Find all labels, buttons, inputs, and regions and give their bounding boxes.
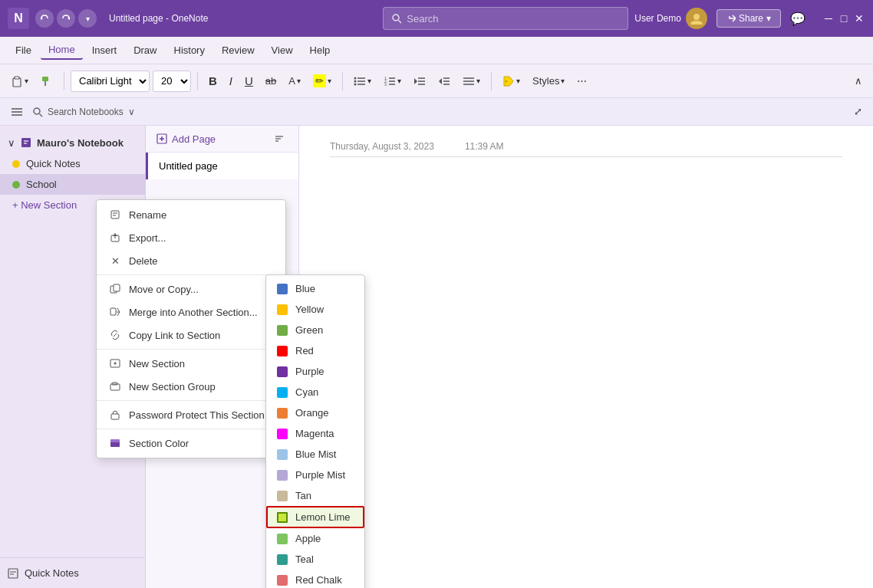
customize-button[interactable]: ▾ bbox=[78, 9, 97, 28]
svg-rect-59 bbox=[110, 308, 116, 315]
svg-rect-6 bbox=[15, 77, 19, 79]
notebook-search-bar[interactable]: Search Notebooks ∨ bbox=[32, 107, 135, 117]
color-label-red-chalk: Red Chalk bbox=[295, 574, 342, 586]
font-name-select[interactable]: Calibri Light bbox=[71, 71, 150, 92]
highlight-button[interactable]: ✏▾ bbox=[308, 71, 336, 90]
color-label-purple: Purple bbox=[295, 366, 324, 377]
close-button[interactable]: ✕ bbox=[853, 12, 865, 25]
italic-button[interactable]: I bbox=[225, 71, 237, 90]
ctx-export[interactable]: Export... bbox=[97, 226, 285, 249]
sidebar-item-quick-notes[interactable]: Quick Notes bbox=[0, 153, 145, 174]
color-magenta[interactable]: Magenta bbox=[266, 423, 364, 444]
color-red-chalk[interactable]: Red Chalk bbox=[266, 570, 364, 588]
bold-button[interactable]: B bbox=[204, 71, 222, 90]
color-label-blue-mist: Blue Mist bbox=[295, 448, 336, 460]
svg-rect-68 bbox=[111, 414, 119, 419]
user-avatar bbox=[686, 8, 707, 29]
ctx-section-color[interactable]: Section Color ▶ bbox=[97, 432, 285, 455]
ctx-new-section[interactable]: New Section bbox=[97, 352, 285, 375]
color-yellow[interactable]: Yellow bbox=[266, 299, 364, 320]
minimize-button[interactable]: ─ bbox=[822, 12, 835, 25]
more-button[interactable]: ⋯ bbox=[572, 72, 591, 90]
color-label-apple: Apple bbox=[295, 533, 321, 544]
svg-point-11 bbox=[354, 80, 357, 82]
notebook-header[interactable]: ∨ Mauro's Notebook bbox=[0, 132, 145, 153]
color-teal[interactable]: Teal bbox=[266, 549, 364, 570]
page-item-untitled[interactable]: Untitled page bbox=[146, 153, 298, 179]
menu-file[interactable]: File bbox=[8, 41, 39, 59]
hamburger-menu[interactable] bbox=[6, 103, 28, 120]
format-painter-icon bbox=[41, 75, 53, 87]
color-cyan[interactable]: Cyan bbox=[266, 382, 364, 402]
window-controls: ─ □ ✕ bbox=[822, 12, 865, 25]
ctx-move-copy[interactable]: Move or Copy... bbox=[97, 278, 285, 301]
menu-review[interactable]: Review bbox=[214, 41, 262, 59]
maximize-button[interactable]: □ bbox=[838, 12, 850, 25]
color-apple[interactable]: Apple bbox=[266, 528, 364, 549]
format-painter-button[interactable] bbox=[36, 72, 58, 90]
redo-button[interactable] bbox=[57, 9, 75, 28]
color-red[interactable]: Red bbox=[266, 340, 364, 361]
align-button[interactable]: ▾ bbox=[458, 73, 485, 90]
tags-button[interactable]: ▾ bbox=[498, 72, 525, 90]
svg-point-37 bbox=[34, 108, 40, 114]
color-tan[interactable]: Tan bbox=[266, 485, 364, 506]
add-page-button[interactable]: Add Page bbox=[156, 133, 216, 145]
svg-rect-51 bbox=[111, 211, 119, 218]
menu-view[interactable]: View bbox=[264, 41, 301, 59]
notebook-collapse-icon: ∨ bbox=[8, 137, 15, 149]
color-green[interactable]: Green bbox=[266, 320, 364, 340]
menu-insert[interactable]: Insert bbox=[84, 41, 125, 59]
collapse-ribbon-button[interactable]: ∧ bbox=[850, 72, 867, 90]
svg-point-2 bbox=[393, 15, 399, 21]
undo-button[interactable] bbox=[35, 9, 54, 28]
color-purple[interactable]: Purple bbox=[266, 361, 364, 382]
font-size-select[interactable]: 20 bbox=[153, 71, 191, 92]
svg-rect-7 bbox=[42, 77, 48, 81]
expand-page-button[interactable]: ⤢ bbox=[849, 103, 867, 120]
share-button[interactable]: Share ▾ bbox=[717, 9, 781, 28]
menu-help[interactable]: Help bbox=[302, 41, 338, 59]
numbering-button[interactable]: 1.2.3. ▾ bbox=[379, 73, 406, 90]
color-blue-mist[interactable]: Blue Mist bbox=[266, 444, 364, 465]
strikethrough-button[interactable]: ab bbox=[261, 72, 281, 90]
color-label-magenta: Magenta bbox=[295, 428, 334, 439]
content-area[interactable]: Thursday, August 3, 2023 11:39 AM bbox=[299, 126, 873, 588]
menu-draw[interactable]: Draw bbox=[126, 41, 164, 59]
styles-button[interactable]: Styles▾ bbox=[528, 72, 569, 90]
ctx-rename[interactable]: Rename bbox=[97, 203, 285, 226]
bullets-button[interactable]: ▾ bbox=[349, 73, 376, 90]
clipboard-button[interactable]: ▾ bbox=[6, 72, 33, 90]
color-purple-mist[interactable]: Purple Mist bbox=[266, 465, 364, 485]
sort-pages-button[interactable] bbox=[271, 132, 288, 146]
color-swatch-green bbox=[277, 325, 288, 336]
underline-button[interactable]: U bbox=[240, 71, 258, 90]
color-swatch-cyan bbox=[277, 387, 288, 398]
ctx-new-section-group[interactable]: New Section Group bbox=[97, 375, 285, 398]
color-orange[interactable]: Orange bbox=[266, 402, 364, 423]
ctx-merge[interactable]: Merge into Another Section... bbox=[97, 301, 285, 324]
ctx-new-section-label: New Section bbox=[129, 358, 185, 370]
ctx-copy-link[interactable]: Copy Link to Section bbox=[97, 324, 285, 347]
notebook-name: Mauro's Notebook bbox=[37, 137, 124, 149]
font-color-button[interactable]: A▾ bbox=[284, 72, 305, 90]
sidebar-item-school[interactable]: School bbox=[0, 174, 145, 195]
menu-history[interactable]: History bbox=[166, 41, 212, 59]
svg-point-13 bbox=[354, 83, 357, 85]
search-label: Search bbox=[407, 13, 438, 25]
quick-notes-bottom[interactable]: Quick Notes bbox=[8, 564, 137, 582]
color-blue[interactable]: Blue bbox=[266, 278, 364, 299]
decrease-indent-button[interactable] bbox=[409, 73, 430, 90]
color-lemon-lime[interactable]: Lemon Lime bbox=[266, 506, 364, 528]
ctx-password[interactable]: Password Protect This Section... bbox=[97, 403, 285, 426]
feedback-button[interactable]: 💬 bbox=[790, 11, 805, 26]
ctx-sep-4 bbox=[97, 429, 285, 429]
date-text: Thursday, August 3, 2023 bbox=[330, 141, 434, 152]
share-label: Share bbox=[739, 13, 763, 24]
increase-indent-button[interactable] bbox=[433, 73, 455, 90]
time-text: 11:39 AM bbox=[465, 141, 504, 152]
delete-icon: ✕ bbox=[109, 255, 121, 267]
search-bar[interactable]: Search bbox=[383, 7, 628, 30]
ctx-delete[interactable]: ✕ Delete bbox=[97, 249, 285, 272]
menu-home[interactable]: Home bbox=[41, 41, 83, 60]
